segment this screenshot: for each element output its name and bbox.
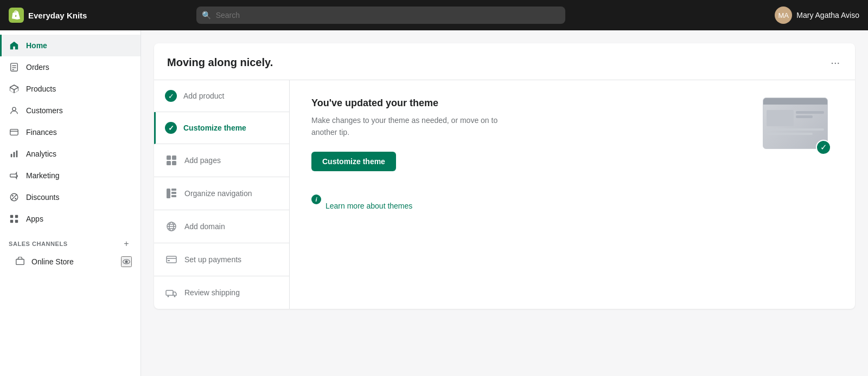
discounts-icon [9, 192, 20, 203]
setup-item-add-pages[interactable]: Add pages [154, 144, 289, 177]
sidebar-item-label: Analytics [26, 150, 56, 158]
svg-rect-27 [171, 192, 176, 194]
setup-item-label: Organize navigation [184, 189, 252, 198]
sidebar-item-finances[interactable]: Finances [0, 121, 141, 143]
learn-more-link[interactable]: Learn more about themes [326, 202, 412, 210]
top-navigation: Everyday Knits 🔍 MA Mary Agatha Aviso [0, 0, 868, 30]
shopify-icon [9, 8, 24, 23]
sidebar-item-analytics[interactable]: Analytics [0, 143, 141, 165]
finances-icon [9, 127, 20, 138]
setup-detail-content: You've updated your theme Make changes t… [311, 98, 741, 210]
setup-item-customize-theme[interactable]: ✓ Customize theme [154, 112, 289, 144]
setup-detail-panel: You've updated your theme Make changes t… [290, 80, 855, 309]
user-menu[interactable]: MA Mary Agatha Aviso [775, 7, 859, 24]
setup-item-label: Add pages [184, 156, 221, 165]
svg-rect-21 [167, 155, 171, 160]
svg-point-11 [15, 198, 16, 199]
analytics-icon [9, 148, 20, 159]
sidebar-item-label: Marketing [26, 171, 59, 180]
sidebar-item-label: Orders [26, 63, 49, 72]
theme-preview-illustration: ✓ [763, 98, 833, 157]
add-pages-icon [165, 154, 178, 167]
sidebar-item-label: Discounts [26, 193, 59, 202]
marketing-icon [9, 170, 20, 181]
search-bar[interactable]: 🔍 [196, 7, 565, 24]
home-icon [9, 40, 20, 51]
svg-rect-37 [166, 290, 173, 295]
setup-card: Moving along nicely. ··· ✓ Add product ✓… [154, 43, 855, 309]
online-store-label: Online Store [31, 257, 74, 266]
svg-point-20 [125, 261, 127, 263]
add-sales-channel-button[interactable]: + [121, 238, 132, 249]
card-body: ✓ Add product ✓ Customize theme [154, 80, 855, 309]
svg-line-12 [11, 195, 17, 200]
setup-item-label: Add product [183, 92, 225, 100]
setup-item-label: Add domain [184, 222, 225, 231]
online-store-icon [15, 257, 25, 267]
add-domain-icon [165, 220, 178, 233]
sidebar-item-customers[interactable]: Customers [0, 100, 141, 121]
store-name: Everyday Knits [28, 11, 87, 20]
setup-item-set-up-payments[interactable]: Set up payments [154, 243, 289, 276]
setup-item-label: Set up payments [184, 255, 241, 264]
svg-rect-14 [10, 215, 13, 218]
svg-rect-23 [167, 161, 171, 165]
setup-item-review-shipping[interactable]: Review shipping [154, 276, 289, 309]
setup-item-label: Review shipping [184, 288, 240, 297]
main-layout: Home Orders Products Cu [0, 30, 868, 376]
svg-rect-36 [168, 260, 170, 261]
svg-rect-25 [167, 189, 170, 198]
shipping-icon [165, 286, 178, 299]
setup-item-add-domain[interactable]: Add domain [154, 210, 289, 243]
orders-icon [9, 62, 20, 73]
sidebar: Home Orders Products Cu [0, 30, 141, 376]
setup-item-label: Customize theme [183, 124, 246, 132]
setup-list: ✓ Add product ✓ Customize theme [154, 80, 290, 309]
user-name: Mary Agatha Aviso [796, 11, 859, 20]
organize-nav-icon [165, 187, 178, 200]
sidebar-item-home[interactable]: Home [0, 35, 141, 56]
setup-detail-description: Make changes to your theme as needed, or… [311, 114, 507, 139]
products-icon [9, 83, 20, 94]
sidebar-item-products[interactable]: Products [0, 78, 141, 100]
theme-completed-check-icon: ✓ [816, 140, 831, 155]
search-icon: 🔍 [202, 11, 211, 20]
svg-rect-18 [16, 260, 24, 265]
svg-rect-9 [16, 151, 18, 158]
sidebar-item-marketing[interactable]: Marketing [0, 165, 141, 186]
svg-rect-5 [10, 129, 18, 135]
apps-icon [9, 213, 20, 224]
svg-rect-17 [15, 220, 18, 223]
svg-point-4 [12, 107, 16, 111]
sidebar-item-label: Customers [26, 106, 63, 115]
setup-detail-title: You've updated your theme [311, 98, 741, 109]
svg-rect-7 [11, 154, 12, 157]
card-title: Moving along nicely. [167, 56, 273, 69]
svg-rect-24 [172, 161, 176, 165]
svg-point-10 [12, 195, 14, 197]
sidebar-item-discounts[interactable]: Discounts [0, 186, 141, 208]
svg-point-38 [168, 296, 169, 297]
payments-icon [165, 253, 178, 266]
setup-item-add-product[interactable]: ✓ Add product [154, 80, 289, 112]
sidebar-item-orders[interactable]: Orders [0, 56, 141, 78]
svg-rect-26 [171, 189, 176, 191]
svg-rect-8 [14, 152, 15, 157]
sidebar-item-apps[interactable]: Apps [0, 208, 141, 230]
svg-rect-15 [15, 215, 18, 218]
completed-icon: ✓ [165, 122, 177, 134]
avatar: MA [775, 7, 792, 24]
view-online-store-button[interactable] [121, 256, 132, 267]
svg-point-39 [174, 296, 176, 297]
store-logo[interactable]: Everyday Knits [9, 8, 87, 23]
customize-theme-button[interactable]: Customize theme [311, 152, 396, 171]
sidebar-item-label: Finances [26, 128, 57, 137]
sidebar-item-online-store[interactable]: Online Store [0, 251, 141, 272]
sidebar-item-label: Home [26, 41, 47, 50]
setup-item-organize-navigation[interactable]: Organize navigation [154, 177, 289, 210]
search-input[interactable] [196, 7, 565, 24]
card-header: Moving along nicely. ··· [154, 43, 855, 80]
card-menu-button[interactable]: ··· [828, 54, 842, 71]
svg-rect-34 [167, 256, 176, 263]
svg-rect-28 [171, 195, 176, 197]
